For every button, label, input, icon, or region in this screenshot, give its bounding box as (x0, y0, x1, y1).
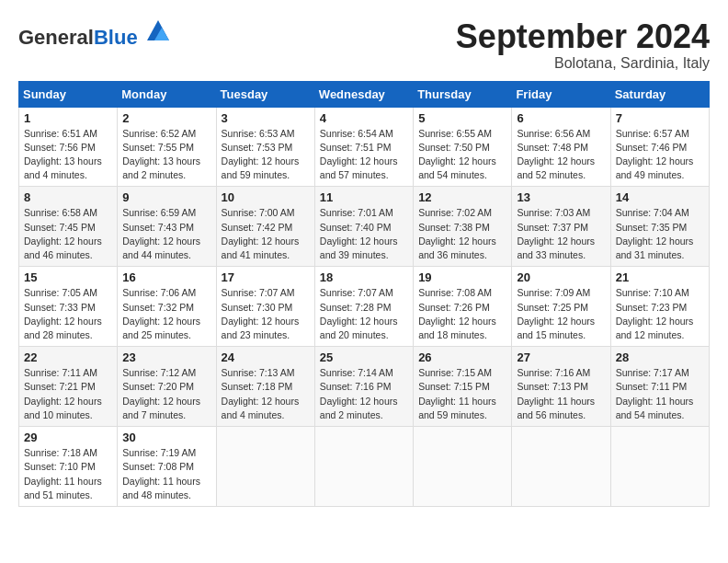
calendar-cell: 13Sunrise: 7:03 AM Sunset: 7:37 PM Dayli… (512, 187, 610, 267)
title-block: September 2024 Bolotana, Sardinia, Italy (456, 18, 710, 72)
day-number: 14 (616, 190, 704, 204)
day-info: Sunrise: 7:14 AM Sunset: 7:16 PM Dayligh… (320, 366, 408, 422)
calendar-cell: 2Sunrise: 6:52 AM Sunset: 7:55 PM Daylig… (118, 107, 216, 187)
day-number: 9 (122, 190, 210, 204)
day-info: Sunrise: 7:09 AM Sunset: 7:25 PM Dayligh… (517, 286, 605, 342)
calendar-table: SundayMondayTuesdayWednesdayThursdayFrid… (18, 81, 710, 507)
page-header: GeneralBlue September 2024 Bolotana, Sar… (18, 18, 710, 72)
day-info: Sunrise: 6:53 AM Sunset: 7:53 PM Dayligh… (222, 127, 310, 183)
day-number: 16 (122, 270, 210, 284)
calendar-cell (512, 427, 610, 507)
day-number: 1 (24, 111, 112, 125)
day-number: 11 (320, 190, 408, 204)
calendar-cell: 16Sunrise: 7:06 AM Sunset: 7:32 PM Dayli… (118, 267, 216, 347)
day-info: Sunrise: 7:07 AM Sunset: 7:28 PM Dayligh… (320, 286, 408, 342)
day-info: Sunrise: 7:06 AM Sunset: 7:32 PM Dayligh… (122, 286, 210, 342)
calendar-cell: 8Sunrise: 6:58 AM Sunset: 7:45 PM Daylig… (19, 187, 118, 267)
calendar-header-row: SundayMondayTuesdayWednesdayThursdayFrid… (19, 81, 710, 107)
day-header-tuesday: Tuesday (216, 81, 314, 107)
calendar-cell: 23Sunrise: 7:12 AM Sunset: 7:20 PM Dayli… (118, 347, 216, 427)
day-info: Sunrise: 7:08 AM Sunset: 7:26 PM Dayligh… (418, 286, 506, 342)
day-info: Sunrise: 6:54 AM Sunset: 7:51 PM Dayligh… (320, 127, 408, 183)
day-number: 26 (418, 350, 506, 364)
calendar-week-row: 1Sunrise: 6:51 AM Sunset: 7:56 PM Daylig… (19, 107, 710, 187)
day-number: 6 (517, 111, 605, 125)
day-header-friday: Friday (512, 81, 610, 107)
calendar-cell: 5Sunrise: 6:55 AM Sunset: 7:50 PM Daylig… (414, 107, 512, 187)
calendar-cell (216, 427, 314, 507)
day-number: 30 (122, 431, 210, 444)
calendar-cell: 24Sunrise: 7:13 AM Sunset: 7:18 PM Dayli… (216, 347, 314, 427)
day-info: Sunrise: 7:15 AM Sunset: 7:15 PM Dayligh… (418, 366, 506, 422)
day-info: Sunrise: 6:57 AM Sunset: 7:46 PM Dayligh… (616, 127, 704, 183)
calendar-cell: 26Sunrise: 7:15 AM Sunset: 7:15 PM Dayli… (414, 347, 512, 427)
day-header-thursday: Thursday (414, 81, 512, 107)
calendar-cell: 14Sunrise: 7:04 AM Sunset: 7:35 PM Dayli… (610, 187, 709, 267)
calendar-cell: 18Sunrise: 7:07 AM Sunset: 7:28 PM Dayli… (314, 267, 413, 347)
day-number: 23 (122, 350, 210, 364)
day-number: 17 (222, 270, 310, 284)
day-number: 4 (320, 111, 408, 125)
day-info: Sunrise: 7:12 AM Sunset: 7:20 PM Dayligh… (122, 366, 210, 422)
day-header-wednesday: Wednesday (314, 81, 413, 107)
day-info: Sunrise: 7:17 AM Sunset: 7:11 PM Dayligh… (616, 366, 704, 422)
calendar-week-row: 8Sunrise: 6:58 AM Sunset: 7:45 PM Daylig… (19, 187, 710, 267)
calendar-cell: 19Sunrise: 7:08 AM Sunset: 7:26 PM Dayli… (414, 267, 512, 347)
calendar-cell: 7Sunrise: 6:57 AM Sunset: 7:46 PM Daylig… (610, 107, 709, 187)
day-number: 25 (320, 350, 408, 364)
day-number: 28 (616, 350, 704, 364)
day-info: Sunrise: 7:05 AM Sunset: 7:33 PM Dayligh… (24, 286, 112, 342)
day-info: Sunrise: 7:00 AM Sunset: 7:42 PM Dayligh… (222, 206, 310, 262)
logo: GeneralBlue (18, 18, 171, 49)
calendar-cell: 3Sunrise: 6:53 AM Sunset: 7:53 PM Daylig… (216, 107, 314, 187)
day-info: Sunrise: 7:03 AM Sunset: 7:37 PM Dayligh… (517, 206, 605, 262)
location: Bolotana, Sardinia, Italy (456, 55, 710, 72)
day-header-saturday: Saturday (610, 81, 709, 107)
calendar-cell: 22Sunrise: 7:11 AM Sunset: 7:21 PM Dayli… (19, 347, 118, 427)
day-number: 12 (418, 190, 506, 204)
calendar-cell: 15Sunrise: 7:05 AM Sunset: 7:33 PM Dayli… (19, 267, 118, 347)
calendar-cell: 10Sunrise: 7:00 AM Sunset: 7:42 PM Dayli… (216, 187, 314, 267)
day-number: 24 (222, 350, 310, 364)
day-info: Sunrise: 6:56 AM Sunset: 7:48 PM Dayligh… (517, 127, 605, 183)
calendar-cell: 11Sunrise: 7:01 AM Sunset: 7:40 PM Dayli… (314, 187, 413, 267)
day-info: Sunrise: 7:01 AM Sunset: 7:40 PM Dayligh… (320, 206, 408, 262)
calendar-cell (414, 427, 512, 507)
day-info: Sunrise: 7:07 AM Sunset: 7:30 PM Dayligh… (222, 286, 310, 342)
day-number: 18 (320, 270, 408, 284)
calendar-cell: 4Sunrise: 6:54 AM Sunset: 7:51 PM Daylig… (314, 107, 413, 187)
day-info: Sunrise: 7:19 AM Sunset: 7:08 PM Dayligh… (122, 446, 210, 502)
day-info: Sunrise: 6:58 AM Sunset: 7:45 PM Dayligh… (24, 206, 112, 262)
day-info: Sunrise: 7:18 AM Sunset: 7:10 PM Dayligh… (24, 446, 112, 502)
calendar-cell: 20Sunrise: 7:09 AM Sunset: 7:25 PM Dayli… (512, 267, 610, 347)
day-number: 29 (24, 431, 112, 444)
day-number: 5 (418, 111, 506, 125)
logo-icon (145, 18, 171, 44)
day-number: 15 (24, 270, 112, 284)
calendar-week-row: 15Sunrise: 7:05 AM Sunset: 7:33 PM Dayli… (19, 267, 710, 347)
day-number: 19 (418, 270, 506, 284)
calendar-cell: 25Sunrise: 7:14 AM Sunset: 7:16 PM Dayli… (314, 347, 413, 427)
day-info: Sunrise: 7:13 AM Sunset: 7:18 PM Dayligh… (222, 366, 310, 422)
day-number: 8 (24, 190, 112, 204)
calendar-cell: 27Sunrise: 7:16 AM Sunset: 7:13 PM Dayli… (512, 347, 610, 427)
day-number: 20 (517, 270, 605, 284)
day-info: Sunrise: 6:52 AM Sunset: 7:55 PM Dayligh… (122, 127, 210, 183)
calendar-cell: 6Sunrise: 6:56 AM Sunset: 7:48 PM Daylig… (512, 107, 610, 187)
day-info: Sunrise: 7:04 AM Sunset: 7:35 PM Dayligh… (616, 206, 704, 262)
calendar-cell (314, 427, 413, 507)
calendar-week-row: 22Sunrise: 7:11 AM Sunset: 7:21 PM Dayli… (19, 347, 710, 427)
day-number: 22 (24, 350, 112, 364)
calendar-week-row: 29Sunrise: 7:18 AM Sunset: 7:10 PM Dayli… (19, 427, 710, 507)
day-number: 27 (517, 350, 605, 364)
day-number: 10 (222, 190, 310, 204)
day-info: Sunrise: 7:16 AM Sunset: 7:13 PM Dayligh… (517, 366, 605, 422)
day-number: 13 (517, 190, 605, 204)
calendar-cell: 17Sunrise: 7:07 AM Sunset: 7:30 PM Dayli… (216, 267, 314, 347)
day-number: 3 (222, 111, 310, 125)
calendar-cell (610, 427, 709, 507)
logo-general-text: General (18, 26, 94, 49)
day-number: 2 (122, 111, 210, 125)
logo-blue-text: Blue (94, 26, 138, 49)
day-info: Sunrise: 6:55 AM Sunset: 7:50 PM Dayligh… (418, 127, 506, 183)
